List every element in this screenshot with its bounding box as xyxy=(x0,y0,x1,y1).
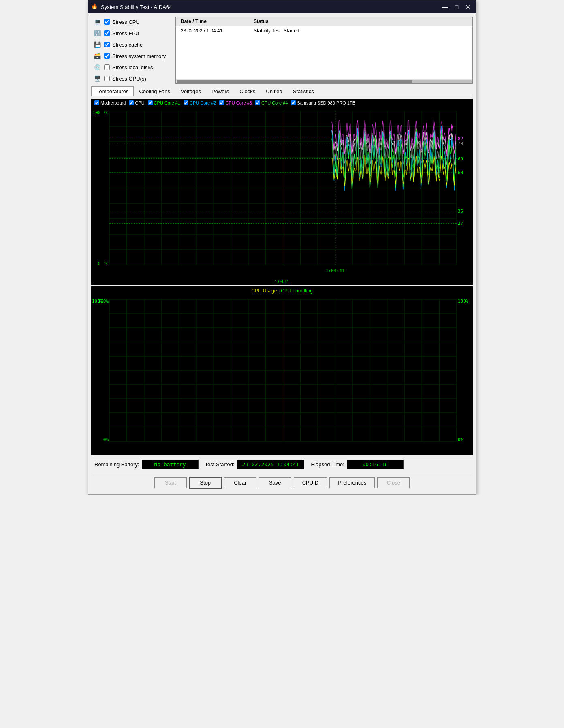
disk-icon: 💿 xyxy=(93,64,102,70)
chart-section: Motherboard CPU CPU Core #1 CPU Core #2 xyxy=(91,99,473,455)
app-icon: 🔥 xyxy=(91,3,98,11)
stop-button[interactable]: Stop xyxy=(189,477,222,489)
checkbox-stress-disks[interactable]: 💿 Stress local disks xyxy=(91,62,172,73)
tab-clocks[interactable]: Clocks xyxy=(234,86,261,96)
temp-chart-container: Motherboard CPU CPU Core #1 CPU Core #2 xyxy=(91,99,473,285)
tab-voltages[interactable]: Voltages xyxy=(175,86,206,96)
close-window-button[interactable]: ✕ xyxy=(463,3,473,11)
checkbox-stress-gpu-label[interactable]: Stress GPU(s) xyxy=(112,76,146,82)
checkbox-stress-cache-input[interactable] xyxy=(104,42,110,47)
legend-motherboard-checkbox[interactable] xyxy=(94,100,99,105)
elapsed-status: Elapsed Time: 00:16:16 xyxy=(311,460,403,469)
legend-cpu-core-4: CPU Core #4 xyxy=(255,100,288,105)
temp-chart-canvas xyxy=(91,107,473,277)
legend-samsung-ssd-label: Samsung SSD 980 PRO 1TB xyxy=(297,100,355,105)
log-col-time: Date / Time xyxy=(177,18,250,25)
legend-cpu-core2-label: CPU Core #2 xyxy=(190,100,216,105)
log-body: 23.02.2025 1:04:41 Stability Test: Start… xyxy=(176,26,472,79)
log-col-status: Status xyxy=(250,18,272,25)
legend-cpu-core1-label: CPU Core #1 xyxy=(154,100,180,105)
log-scrollbar[interactable] xyxy=(177,80,472,83)
cpu-icon: 💻 xyxy=(93,19,102,25)
tab-statistics[interactable]: Statistics xyxy=(288,86,319,96)
top-section: 💻 Stress CPU 🔢 Stress FPU 💾 Stress cache… xyxy=(91,17,473,84)
legend-cpu-core4-label: CPU Core #4 xyxy=(261,100,288,105)
checkbox-stress-fpu-input[interactable] xyxy=(104,30,110,36)
legend-cpu-core3-checkbox[interactable] xyxy=(219,100,224,105)
test-started-label: Test Started: xyxy=(205,461,235,468)
battery-label: Remaining Battery: xyxy=(94,461,139,468)
window-title: System Stability Test - AIDA64 xyxy=(101,4,172,10)
legend-samsung-ssd: Samsung SSD 980 PRO 1TB xyxy=(291,100,355,105)
legend-cpu-core1-checkbox[interactable] xyxy=(148,100,153,105)
checkbox-stress-gpu-input[interactable] xyxy=(104,76,110,81)
checkbox-stress-memory-input[interactable] xyxy=(104,53,110,59)
tab-powers[interactable]: Powers xyxy=(206,86,234,96)
log-panel: Date / Time Status 23.02.2025 1:04:41 St… xyxy=(175,17,473,84)
checkbox-stress-memory[interactable]: 🗃️ Stress system memory xyxy=(91,51,172,61)
checkbox-stress-disks-label[interactable]: Stress local disks xyxy=(112,64,153,70)
tab-temperatures[interactable]: Temperatures xyxy=(91,86,134,96)
tabs-bar: Temperatures Cooling Fans Voltages Power… xyxy=(91,86,473,96)
cpuid-button[interactable]: CPUID xyxy=(294,477,327,488)
legend-cpu-core3-label: CPU Core #3 xyxy=(225,100,252,105)
battery-status: Remaining Battery: No battery xyxy=(94,460,199,469)
checkbox-stress-cpu-label[interactable]: Stress CPU xyxy=(112,19,140,25)
temp-chart-time-label: 1:04:41 xyxy=(91,278,473,285)
close-button[interactable]: Close xyxy=(377,477,410,488)
fpu-icon: 🔢 xyxy=(93,30,102,36)
log-scrollbar-thumb[interactable] xyxy=(177,80,412,83)
checkbox-stress-memory-label[interactable]: Stress system memory xyxy=(112,53,166,59)
legend-cpu: CPU xyxy=(129,100,144,105)
legend-cpu-core-1: CPU Core #1 xyxy=(148,100,180,105)
test-started-value: 23.02.2025 1:04:41 xyxy=(237,460,305,469)
title-controls: — □ ✕ xyxy=(440,3,473,11)
checkbox-stress-cache-label[interactable]: Stress cache xyxy=(112,42,143,48)
checkbox-stress-fpu-label[interactable]: Stress FPU xyxy=(112,30,139,36)
test-started-status: Test Started: 23.02.2025 1:04:41 xyxy=(205,460,305,469)
tab-unified[interactable]: Unified xyxy=(261,86,287,96)
main-window: 🔥 System Stability Test - AIDA64 — □ ✕ 💻… xyxy=(88,0,476,495)
cpu-chart-canvas xyxy=(91,295,473,453)
save-button[interactable]: Save xyxy=(259,477,291,488)
legend-cpu-core-2: CPU Core #2 xyxy=(184,100,216,105)
checkbox-stress-fpu[interactable]: 🔢 Stress FPU xyxy=(91,28,172,38)
cpu-chart-container: CPU Usage | CPU Throttling xyxy=(91,286,473,455)
maximize-button[interactable]: □ xyxy=(452,3,461,11)
legend-cpu-core-3: CPU Core #3 xyxy=(219,100,252,105)
title-bar: 🔥 System Stability Test - AIDA64 — □ ✕ xyxy=(88,0,476,13)
legend-cpu-checkbox[interactable] xyxy=(129,100,134,105)
checkbox-stress-gpu[interactable]: 🖥️ Stress GPU(s) xyxy=(91,73,172,84)
legend-samsung-ssd-checkbox[interactable] xyxy=(291,100,296,105)
gpu-icon: 🖥️ xyxy=(93,75,102,82)
checkbox-stress-cache[interactable]: 💾 Stress cache xyxy=(91,39,172,50)
minimize-button[interactable]: — xyxy=(440,3,450,11)
legend-motherboard-label: Motherboard xyxy=(100,100,126,105)
start-button[interactable]: Start xyxy=(154,477,187,488)
memory-icon: 🗃️ xyxy=(93,53,102,59)
cpu-throttling-title: CPU Throttling xyxy=(281,288,312,294)
legend-cpu-core2-checkbox[interactable] xyxy=(184,100,188,105)
log-row-time: 23.02.2025 1:04:41 xyxy=(181,28,254,34)
tab-cooling-fans[interactable]: Cooling Fans xyxy=(134,86,175,96)
legend-motherboard: Motherboard xyxy=(94,100,126,105)
cpu-usage-title: CPU Usage xyxy=(251,288,277,294)
cpu-chart-title: CPU Usage | CPU Throttling xyxy=(91,286,473,295)
legend-cpu-label: CPU xyxy=(135,100,144,105)
battery-value: No battery xyxy=(142,460,199,469)
checkbox-stress-disks-input[interactable] xyxy=(104,64,110,70)
elapsed-label: Elapsed Time: xyxy=(311,461,344,468)
checkboxes-panel: 💻 Stress CPU 🔢 Stress FPU 💾 Stress cache… xyxy=(91,17,172,84)
log-row-status: Stability Test: Started xyxy=(254,28,468,34)
title-bar-left: 🔥 System Stability Test - AIDA64 xyxy=(91,3,172,11)
checkbox-stress-cpu-input[interactable] xyxy=(104,19,110,25)
checkbox-stress-cpu[interactable]: 💻 Stress CPU xyxy=(91,17,172,27)
cache-icon: 💾 xyxy=(93,41,102,48)
clear-button[interactable]: Clear xyxy=(224,477,256,488)
log-scrollbar-area[interactable] xyxy=(176,79,472,83)
log-row: 23.02.2025 1:04:41 Stability Test: Start… xyxy=(177,27,471,34)
temp-chart-legend: Motherboard CPU CPU Core #1 CPU Core #2 xyxy=(91,99,473,107)
preferences-button[interactable]: Preferences xyxy=(329,477,375,488)
legend-cpu-core4-checkbox[interactable] xyxy=(255,100,260,105)
button-bar: Start Stop Clear Save CPUID Preferences … xyxy=(91,474,473,491)
